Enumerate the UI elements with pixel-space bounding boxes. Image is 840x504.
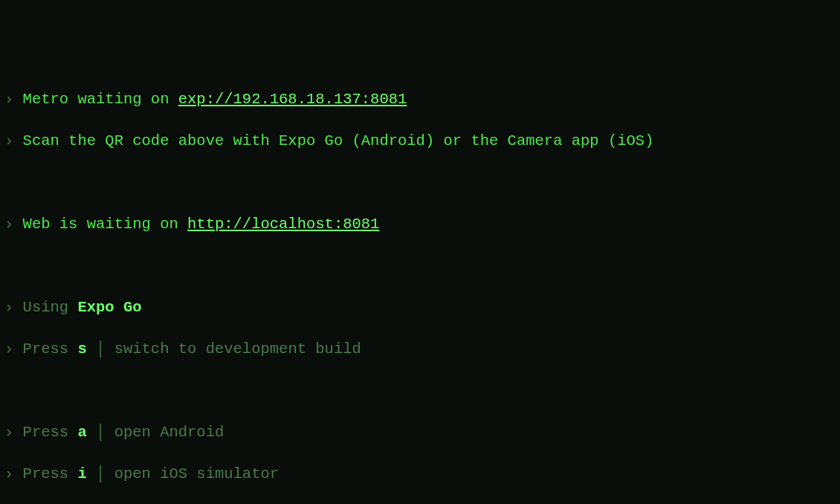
metro-url-link[interactable]: exp://192.168.18.137:8081 <box>178 91 407 108</box>
blank-line <box>4 381 836 401</box>
blank-line <box>4 256 836 277</box>
pipe-separator: │ <box>87 465 114 482</box>
press-label: Press <box>23 340 78 358</box>
scan-line: › Scan the QR code above with Expo Go (A… <box>4 131 836 152</box>
cmd-desc: switch to development build <box>114 340 361 358</box>
scan-text: Scan the QR code above with Expo Go (And… <box>23 132 654 149</box>
caret-icon: › <box>4 216 23 233</box>
key-a: a <box>77 424 86 441</box>
caret-icon: › <box>4 340 23 358</box>
pipe-separator: │ <box>87 424 114 441</box>
cmd-desc: open Android <box>114 424 224 441</box>
press-label: Press <box>23 465 78 482</box>
cmd-line-s: › Press s │ switch to development build <box>4 339 836 360</box>
using-target: Expo Go <box>77 299 141 316</box>
pipe-separator: │ <box>87 340 114 358</box>
caret-icon: › <box>4 465 23 482</box>
metro-line: › Metro waiting on exp://192.168.18.137:… <box>4 89 836 110</box>
blank-line <box>4 172 836 193</box>
caret-icon: › <box>4 91 23 108</box>
caret-icon: › <box>4 299 23 316</box>
web-label: Web is waiting on <box>23 216 187 233</box>
web-line: › Web is waiting on http://localhost:808… <box>4 214 836 235</box>
using-line: › Using Expo Go <box>4 297 836 318</box>
key-s: s <box>77 340 86 358</box>
key-i: i <box>77 465 86 482</box>
cmd-desc: open iOS simulator <box>114 465 279 482</box>
press-label: Press <box>23 424 78 441</box>
cmd-line-i: › Press i │ open iOS simulator <box>4 464 836 485</box>
caret-icon: › <box>4 424 23 441</box>
using-label: Using <box>23 299 78 316</box>
cmd-line-a: › Press a │ open Android <box>4 422 836 443</box>
caret-icon: › <box>4 132 23 149</box>
web-url-link[interactable]: http://localhost:8081 <box>187 216 379 233</box>
metro-label: Metro waiting on <box>23 91 178 108</box>
